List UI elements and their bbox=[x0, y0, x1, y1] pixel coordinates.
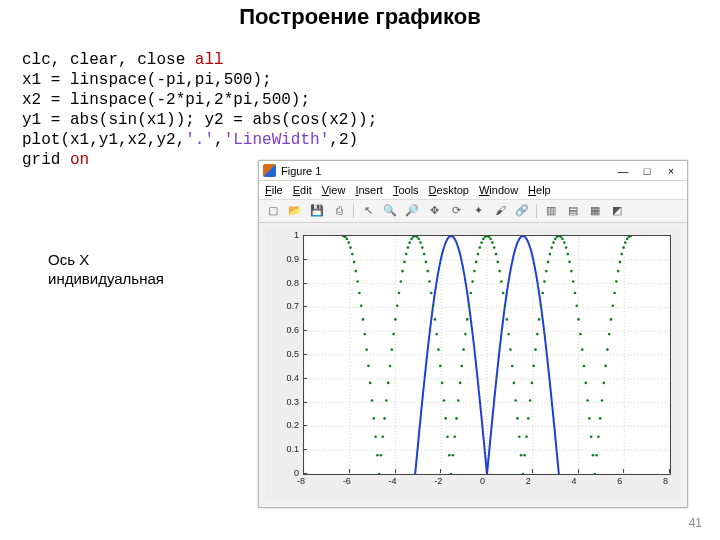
layout-icon[interactable]: ▦ bbox=[585, 202, 605, 220]
xtick-label: -4 bbox=[389, 476, 397, 486]
svg-point-125 bbox=[531, 382, 534, 385]
menu-item-insert[interactable]: Insert bbox=[355, 184, 383, 196]
menu-item-edit[interactable]: Edit bbox=[293, 184, 312, 196]
menu-item-file[interactable]: File bbox=[265, 184, 283, 196]
menu-bar: FileEditViewInsertToolsDesktopWindowHelp bbox=[259, 181, 687, 200]
xtick-mark bbox=[303, 469, 304, 473]
ytick-label: 0.5 bbox=[286, 349, 299, 359]
window-maximize-button[interactable]: □ bbox=[635, 165, 659, 177]
toggle-icon[interactable]: ◩ bbox=[607, 202, 627, 220]
ytick-mark bbox=[303, 306, 307, 307]
xtick-label: 4 bbox=[572, 476, 577, 486]
matlab-icon bbox=[263, 164, 276, 177]
link-icon[interactable]: 🔗 bbox=[512, 202, 532, 220]
svg-point-147 bbox=[570, 270, 573, 273]
svg-point-65 bbox=[423, 253, 426, 256]
menu-item-help[interactable]: Help bbox=[528, 184, 551, 196]
svg-point-75 bbox=[441, 382, 444, 385]
svg-point-169 bbox=[610, 318, 613, 321]
rotate-icon[interactable]: ⟳ bbox=[446, 202, 466, 220]
svg-point-93 bbox=[473, 270, 476, 273]
svg-point-115 bbox=[513, 382, 516, 385]
svg-point-33 bbox=[365, 348, 368, 351]
menu-item-tools[interactable]: Tools bbox=[393, 184, 419, 196]
print-icon[interactable]: ⎙ bbox=[329, 202, 349, 220]
code-token: '.' bbox=[185, 131, 214, 149]
svg-point-165 bbox=[603, 382, 606, 385]
svg-point-151 bbox=[577, 318, 580, 321]
svg-point-109 bbox=[502, 292, 505, 295]
svg-point-78 bbox=[446, 436, 449, 439]
xtick-label: -8 bbox=[297, 476, 305, 486]
svg-point-36 bbox=[371, 399, 374, 402]
svg-point-176 bbox=[622, 246, 625, 249]
zoom-in-icon[interactable]: 🔍 bbox=[380, 202, 400, 220]
svg-point-154 bbox=[583, 365, 586, 368]
svg-point-23 bbox=[347, 241, 350, 244]
code-token: , bbox=[214, 131, 224, 149]
svg-point-26 bbox=[353, 261, 356, 264]
svg-point-135 bbox=[549, 253, 552, 256]
svg-point-98 bbox=[482, 238, 485, 241]
svg-point-76 bbox=[443, 399, 446, 402]
xtick-mark bbox=[623, 469, 624, 473]
toolbar: ▢📂💾⎙↖🔍🔎✥⟳✦🖌🔗▥▤▦◩ bbox=[259, 200, 687, 223]
svg-point-30 bbox=[360, 304, 363, 307]
svg-point-122 bbox=[525, 436, 528, 439]
menu-item-view[interactable]: View bbox=[322, 184, 346, 196]
svg-point-82 bbox=[453, 436, 456, 439]
svg-point-43 bbox=[383, 417, 386, 420]
xtick-label: 2 bbox=[526, 476, 531, 486]
svg-point-148 bbox=[572, 280, 575, 283]
data-cursor-icon[interactable]: ✦ bbox=[468, 202, 488, 220]
svg-point-31 bbox=[362, 318, 365, 321]
ytick-mark bbox=[303, 259, 307, 260]
window-minimize-button[interactable]: — bbox=[611, 165, 635, 177]
svg-point-21 bbox=[344, 236, 347, 238]
ytick-mark bbox=[303, 235, 307, 236]
svg-point-51 bbox=[398, 292, 401, 295]
colorbar-icon[interactable]: ▥ bbox=[541, 202, 561, 220]
menu-item-window[interactable]: Window bbox=[479, 184, 518, 196]
svg-point-166 bbox=[604, 365, 607, 368]
svg-point-132 bbox=[543, 280, 546, 283]
pointer-icon[interactable]: ↖ bbox=[358, 202, 378, 220]
legend-icon[interactable]: ▤ bbox=[563, 202, 583, 220]
svg-point-114 bbox=[511, 365, 514, 368]
new-icon[interactable]: ▢ bbox=[263, 202, 283, 220]
svg-point-178 bbox=[626, 238, 629, 241]
page-number: 41 bbox=[689, 516, 702, 530]
window-close-button[interactable]: × bbox=[659, 165, 683, 177]
open-icon[interactable]: 📂 bbox=[285, 202, 305, 220]
svg-point-61 bbox=[416, 236, 419, 238]
zoom-out-icon[interactable]: 🔎 bbox=[402, 202, 422, 220]
pan-icon[interactable]: ✥ bbox=[424, 202, 444, 220]
svg-point-71 bbox=[434, 318, 437, 321]
svg-point-106 bbox=[497, 261, 500, 264]
svg-point-101 bbox=[488, 236, 491, 238]
xtick-mark bbox=[486, 469, 487, 473]
svg-point-69 bbox=[430, 292, 433, 295]
svg-point-105 bbox=[495, 253, 498, 256]
brush-icon[interactable]: 🖌 bbox=[490, 202, 510, 220]
svg-point-160 bbox=[594, 473, 597, 474]
svg-point-85 bbox=[459, 382, 462, 385]
ytick-label: 0.2 bbox=[286, 420, 299, 430]
save-icon[interactable]: 💾 bbox=[307, 202, 327, 220]
code-token: 'LineWidth' bbox=[224, 131, 330, 149]
svg-point-112 bbox=[507, 333, 510, 336]
svg-point-123 bbox=[527, 417, 530, 420]
toolbar-separator bbox=[536, 204, 537, 218]
svg-point-49 bbox=[394, 318, 397, 321]
svg-point-124 bbox=[529, 399, 532, 402]
svg-point-72 bbox=[435, 333, 438, 336]
menu-item-desktop[interactable]: Desktop bbox=[429, 184, 469, 196]
ytick-mark bbox=[303, 378, 307, 379]
svg-point-70 bbox=[432, 304, 435, 307]
ytick-label: 0.3 bbox=[286, 397, 299, 407]
slide-title: Построение графиков bbox=[0, 4, 720, 30]
svg-point-37 bbox=[373, 417, 376, 420]
ytick-mark bbox=[303, 283, 307, 284]
svg-point-157 bbox=[588, 417, 591, 420]
ytick-mark bbox=[303, 425, 307, 426]
